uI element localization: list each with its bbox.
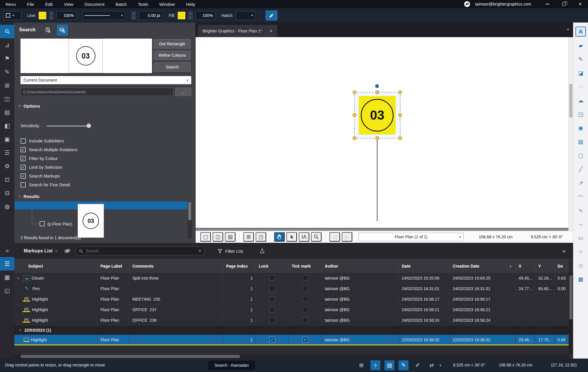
resize-handle[interactable]	[398, 90, 402, 94]
column-header-y[interactable]: Y	[535, 259, 555, 273]
shape-style-dropdown[interactable]: ▾	[4, 11, 22, 20]
results-scrollbar[interactable]	[188, 202, 192, 238]
pan-tool-icon[interactable]	[274, 232, 285, 242]
forms-panel-icon[interactable]: ▣	[0, 132, 14, 146]
lock-checkbox[interactable]	[269, 307, 275, 312]
status-options-chevron-icon[interactable]: ▾	[438, 360, 442, 370]
checkbox-limit-by-selection[interactable]: ✓Limit by Selection	[20, 163, 77, 172]
line-color-swatch[interactable]	[39, 12, 46, 19]
model-t-panel-icon[interactable]: ◱	[0, 284, 14, 297]
lock-checkbox[interactable]	[269, 317, 275, 323]
tick-checkbox[interactable]: ✓	[302, 337, 308, 342]
tick-checkbox[interactable]	[302, 296, 308, 302]
checkbox-box[interactable]: ✓	[20, 147, 26, 152]
collapse-panel-icon[interactable]: »	[0, 244, 14, 257]
sensitivity-slider[interactable]	[47, 125, 90, 127]
search-template-thumbnail[interactable]: 03	[69, 39, 103, 73]
tab-list-chevron-icon[interactable]: ▾	[567, 27, 569, 32]
markups-search-box[interactable]: ×	[76, 247, 204, 255]
stamp-tool-icon[interactable]: ◉	[575, 123, 586, 133]
expand-row-icon[interactable]: ›	[17, 275, 23, 281]
result-thumbnail[interactable]: 03	[78, 204, 104, 238]
markup-row[interactable]: [A]HighlightFloor PlanOFFICE 2361taimoor…	[14, 315, 569, 326]
bookmarks-panel-icon[interactable]: ◫	[0, 92, 14, 106]
account-email[interactable]: taimoor@brightergraphics.com	[475, 2, 531, 6]
pen-tool-icon[interactable]: ✎	[575, 54, 586, 64]
column-header-creation-date[interactable]: Creation Date▴	[450, 259, 516, 273]
signatures-panel-icon[interactable]: ✎	[0, 65, 14, 79]
polyline-tool-icon[interactable]: ∿	[575, 205, 586, 215]
resize-handle-top[interactable]	[376, 91, 379, 94]
tick-checkbox[interactable]	[302, 275, 308, 281]
thumbnails-panel-icon[interactable]: ⊞	[0, 79, 14, 92]
column-header-do[interactable]: Do	[555, 259, 566, 273]
visual-search-mode-icon[interactable]	[57, 25, 68, 35]
menu-window[interactable]: Window	[154, 0, 180, 8]
minimize-icon[interactable]	[543, 1, 551, 8]
image-tool-icon[interactable]: ▨	[575, 137, 586, 147]
resize-handle[interactable]	[375, 136, 379, 140]
column-header-author[interactable]: Author	[322, 259, 399, 273]
callout-tool-icon[interactable]: ◳	[575, 109, 586, 119]
ellipse-tool-icon[interactable]: ○	[575, 247, 586, 256]
lock-checkbox[interactable]	[269, 296, 275, 302]
lasso-tool-icon[interactable]: ◌	[575, 82, 586, 92]
line-opacity-stepper[interactable]: ▴▾	[49, 11, 54, 20]
sensitivity-slider-knob[interactable]	[86, 123, 91, 128]
selected-markup[interactable]: 03	[359, 96, 396, 135]
properties-panel-icon[interactable]: ⚙	[0, 159, 14, 173]
result-checkbox[interactable]	[40, 221, 45, 226]
links-panel-icon[interactable]: ⊟	[0, 186, 14, 200]
tick-checkbox[interactable]	[302, 317, 308, 323]
side-by-side-view-icon[interactable]: ◫	[213, 232, 223, 242]
arc-tool-icon[interactable]: ◠	[575, 192, 586, 202]
lock-checkbox[interactable]	[269, 286, 275, 291]
markups-horizontal-scrollbar[interactable]	[14, 354, 569, 359]
browse-button[interactable]: ...	[175, 88, 191, 96]
options-section-header[interactable]: › Options	[19, 103, 40, 108]
file-access-panel-icon[interactable]: ▤	[0, 106, 14, 119]
menu-tools[interactable]: Tools	[132, 0, 154, 8]
rectangle-tool-icon[interactable]: ▭	[575, 233, 586, 243]
hatch-dropdown[interactable]: ▾	[236, 11, 255, 20]
menu-file[interactable]: File	[21, 0, 40, 8]
flags-panel-icon[interactable]: ⚑	[0, 52, 14, 65]
tick-checkbox[interactable]	[302, 286, 308, 291]
checkbox-search-for-fine-detail[interactable]: Search for Fine Detail	[20, 180, 77, 189]
document-tab[interactable]: Brighter Graphics - Floor Plan 1* ×	[198, 25, 277, 37]
pen-mode-icon[interactable]: ✐	[413, 360, 423, 370]
snap-to-content-icon[interactable]: ▤	[384, 360, 394, 370]
status-context-button[interactable]: Search - Ramadan	[208, 361, 255, 370]
line-opacity-field[interactable]: 100%	[56, 11, 77, 20]
markups-title[interactable]: Markups List ›	[24, 248, 57, 254]
fill-opacity-stepper[interactable]: ▴▾	[188, 11, 193, 20]
text-tool-icon[interactable]: A	[575, 27, 586, 37]
line-width-stepper[interactable]: ▴▾	[131, 11, 136, 20]
refine-colours-button[interactable]: Refine Colours	[154, 51, 191, 60]
hide-markups-icon[interactable]	[64, 248, 71, 254]
menu-help[interactable]: Help	[180, 0, 201, 8]
sets-panel-icon[interactable]: ▦	[0, 271, 14, 284]
column-header-page-index[interactable]: Page Index	[223, 259, 256, 273]
highlighter-tool-icon[interactable]: ▰	[575, 40, 586, 50]
column-header-x[interactable]: X	[516, 259, 535, 273]
column-header-date[interactable]: Date	[399, 259, 450, 273]
arrow-tool-icon[interactable]: ↗	[575, 178, 586, 188]
column-header-page-label[interactable]: Page Label	[98, 259, 129, 273]
markups-list-panel-icon[interactable]: ☰	[0, 257, 14, 271]
export-markups-icon[interactable]	[259, 248, 265, 254]
markup-row[interactable]: [A]HighlightFloor PlanOFFICE 2371taimoor…	[14, 304, 569, 315]
rotate-handle[interactable]	[375, 84, 379, 88]
checkbox-box[interactable]	[20, 182, 26, 187]
fill-opacity-field[interactable]: 100%	[195, 11, 216, 20]
grid-toggle-icon[interactable]: ⊞	[356, 360, 366, 370]
checkbox-box[interactable]	[20, 138, 26, 144]
path-input[interactable]	[23, 90, 171, 94]
checkbox-include-subfolders[interactable]: Include Subfolders	[20, 137, 77, 145]
tick-checkbox[interactable]	[302, 307, 308, 312]
resize-handle[interactable]	[353, 90, 356, 94]
hatch-tool-icon[interactable]: ▩	[575, 274, 586, 284]
spaces-panel-icon[interactable]: ◧	[0, 119, 14, 132]
menu-document[interactable]: Document	[79, 0, 110, 8]
menu-edit[interactable]: Edit	[40, 0, 58, 8]
